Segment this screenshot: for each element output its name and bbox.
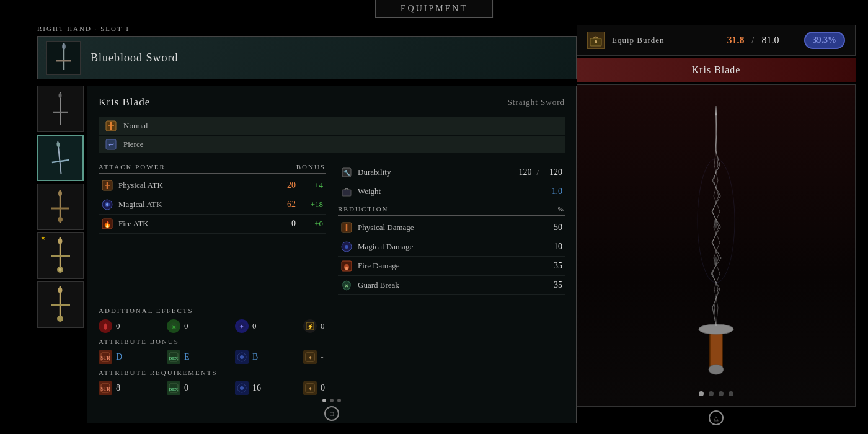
stats-panel: Kris Blade Straight Sword Normal	[87, 86, 577, 423]
svg-rect-37	[342, 190, 351, 196]
attack-type-pierce: ↩ Pierce	[99, 136, 565, 153]
preview-nav-dots	[699, 391, 733, 396]
physical-damage-value: 50	[544, 223, 562, 232]
fire-damage-icon	[340, 260, 353, 272]
guard-break-label: Guard Break	[358, 280, 539, 290]
durability-label: Durability	[358, 167, 508, 177]
equipment-tab[interactable]: EQUIPMENT	[375, 0, 493, 18]
svg-text:⚡: ⚡	[307, 323, 314, 330]
weight-value: 1.0	[544, 187, 562, 197]
weapon-slot-4[interactable]	[37, 232, 84, 279]
normal-icon	[105, 120, 117, 132]
svg-text:🔥: 🔥	[104, 220, 112, 228]
weight-label: Weight	[358, 187, 539, 197]
fire-damage-label: Fire Damage	[358, 261, 539, 271]
burden-label: Equip Burden	[612, 35, 720, 45]
stats-bottom-btn[interactable]: □	[99, 404, 565, 421]
dex-bonus-icon: DEX	[167, 350, 180, 364]
weapon-slot-2[interactable]	[37, 135, 84, 181]
fth-bonus-icon: ✦	[303, 350, 317, 364]
durability-row: 🔧 Durability 120 / 120	[338, 163, 565, 182]
req-str-value: 8	[116, 383, 120, 393]
pierce-icon: ↩	[105, 138, 117, 151]
effect-bolt: ⚡ 0	[303, 319, 371, 333]
fire-atk-row: 🔥 Fire ATK 0 +0	[99, 215, 326, 234]
svg-marker-74	[715, 106, 717, 115]
preview-dot-2	[709, 391, 714, 396]
effects-row: 0 ☠ 0 ✦	[99, 319, 565, 333]
burden-icon	[587, 32, 604, 49]
svg-point-5	[59, 93, 62, 98]
weapon-slot-1[interactable]	[37, 86, 84, 132]
attack-power-header: ATTACK POWER BONUS	[99, 163, 326, 174]
nav-dot-1	[322, 399, 326, 402]
physical-damage-icon	[340, 221, 353, 234]
svg-point-15	[58, 238, 63, 244]
magical-atk-label: Magical ATK	[118, 200, 272, 210]
divider-1	[99, 303, 565, 303]
req-dex-value: 0	[184, 383, 188, 393]
square-button[interactable]: □	[324, 406, 339, 421]
bonus-row: STR D DEX E	[99, 350, 565, 364]
bonus-str: STR D	[99, 350, 167, 364]
svg-point-11	[58, 190, 62, 197]
effect-blood: 0	[99, 319, 167, 333]
svg-point-2	[62, 43, 66, 50]
weapon-slot-3[interactable]	[37, 184, 84, 230]
reduction-header: REDUCTION %	[338, 205, 565, 216]
svg-point-44	[345, 267, 348, 270]
kris-blade-svg	[654, 97, 778, 394]
bonus-dex: DEX E	[167, 350, 235, 364]
svg-point-12	[58, 217, 63, 222]
fth-grade: -	[321, 352, 324, 362]
attack-power-section: ATTACK POWER BONUS Physical ATK	[99, 163, 326, 295]
preview-dot-4	[728, 391, 733, 396]
attribute-bonus-title: ATTRIBUTE BONUS	[99, 338, 565, 345]
attack-type-normal: Normal	[99, 117, 565, 135]
burden-max: 81.0	[762, 35, 779, 46]
equipped-weapon-name: Blueblood Sword	[91, 51, 179, 64]
poison-value: 0	[184, 321, 188, 331]
req-str: STR 8	[99, 381, 167, 395]
effect-poison: ☠ 0	[167, 319, 235, 333]
bonus-int: B	[235, 350, 303, 364]
magical-atk-row: Magical ATK 62 +18	[99, 195, 326, 215]
stats-grid: ATTACK POWER BONUS Physical ATK	[99, 163, 565, 295]
req-str-icon: STR	[99, 381, 112, 395]
svg-text:STR: STR	[100, 386, 110, 392]
physical-atk-label: Physical ATK	[118, 180, 272, 190]
triangle-button[interactable]: △	[709, 410, 724, 425]
fire-atk-bonus: +0	[301, 219, 323, 229]
attribute-requirements-title: ATTRIBUTE REQUIREMENTS	[99, 369, 565, 376]
req-dex-icon: DEX	[167, 381, 180, 395]
magical-damage-icon	[340, 241, 353, 253]
str-grade: D	[116, 352, 122, 362]
svg-text:✦: ✦	[308, 386, 312, 392]
svg-text:☠: ☠	[172, 324, 176, 330]
svg-text:STR: STR	[100, 355, 110, 361]
weapon-slot-5[interactable]	[37, 281, 84, 328]
svg-text:↩: ↩	[108, 141, 114, 148]
weapon-type: Straight Sword	[508, 97, 565, 107]
preview-dot-3	[719, 391, 724, 396]
magic-icon: ✦	[235, 319, 249, 333]
int-bonus-icon	[235, 350, 249, 364]
guard-break-value: 35	[544, 280, 562, 290]
attack-types: Normal ↩ Pierce	[99, 117, 565, 153]
pierce-label: Pierce	[123, 140, 143, 149]
nav-dot-3	[337, 399, 341, 402]
equipped-weapon-box[interactable]: Blueblood Sword	[37, 36, 577, 79]
req-fth: ✦ 0	[303, 381, 371, 395]
weight-row: Weight 1.0	[338, 182, 565, 202]
guard-break-row: Guard Break 35	[338, 276, 565, 295]
left-panel: RIGHT HAND · SLOT 1 Blueblood Sword	[37, 25, 577, 422]
req-fth-value: 0	[321, 383, 325, 393]
fire-atk-icon: 🔥	[101, 218, 113, 230]
blood-value: 0	[116, 321, 120, 331]
svg-point-21	[57, 316, 63, 322]
durability-current: 120	[513, 167, 531, 177]
svg-text:✦: ✦	[308, 355, 312, 361]
req-row: STR 8 DEX 0	[99, 381, 565, 395]
magical-damage-row: Magical Damage 10	[338, 237, 565, 257]
durability-max: 120	[544, 167, 562, 177]
